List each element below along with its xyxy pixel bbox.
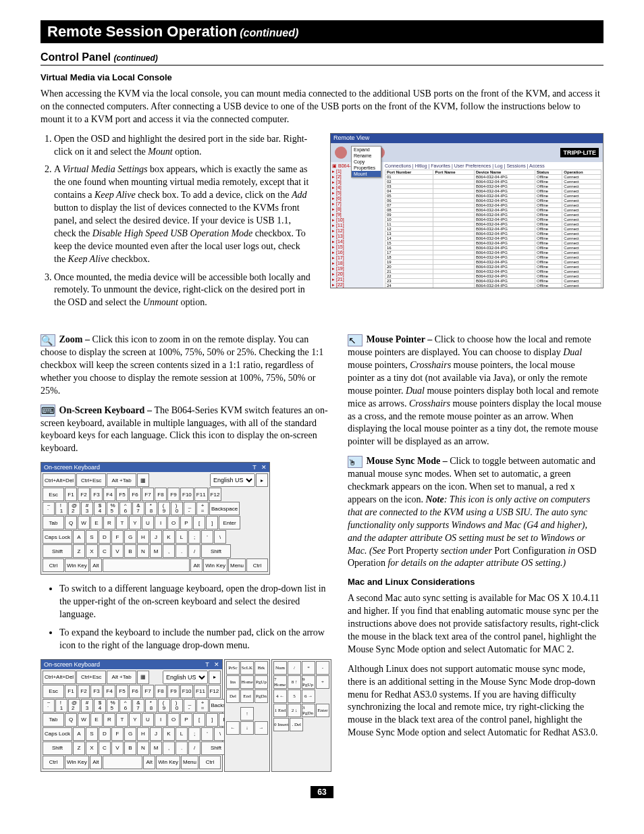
osk-key[interactable]: J bbox=[150, 530, 162, 544]
expand-arrow-icon[interactable]: ▸ bbox=[256, 473, 268, 487]
osk-key[interactable]: Shift bbox=[43, 741, 72, 755]
osk-key[interactable]: 1 End bbox=[273, 704, 287, 717]
osk-key[interactable]: M bbox=[150, 741, 162, 755]
osk-key[interactable]: 9 PgUp bbox=[302, 675, 315, 689]
osk-key[interactable]: N bbox=[137, 741, 149, 755]
osk-key[interactable]: R bbox=[103, 713, 115, 727]
osk-key[interactable]: ' bbox=[201, 530, 213, 544]
osk-key[interactable]: !1 bbox=[55, 502, 68, 515]
tree-port[interactable]: ▸ [10] bbox=[332, 217, 382, 223]
osk-key[interactable]: O bbox=[167, 713, 180, 727]
osk-key[interactable]: Shift bbox=[201, 544, 231, 558]
osk-key[interactable]: PgDn bbox=[254, 689, 268, 703]
lang-select[interactable]: English US bbox=[163, 671, 208, 684]
tree-port[interactable]: ▸ [21] bbox=[332, 277, 382, 282]
osk-key[interactable]: Ctrl+Esc bbox=[76, 473, 106, 487]
table-row[interactable]: 21B064-032-04-IPGOfflineConnect bbox=[385, 269, 601, 273]
table-row[interactable]: 07B064-032-04-IPGOfflineConnect bbox=[385, 203, 601, 207]
osk-key[interactable]: F2 bbox=[78, 685, 90, 698]
osk-key[interactable]: Enter bbox=[316, 704, 329, 717]
osk-key[interactable]: B bbox=[124, 544, 136, 558]
osk-key[interactable]: P bbox=[180, 713, 192, 727]
osk-key[interactable]: S bbox=[86, 530, 98, 544]
table-row[interactable]: 10B064-032-04-IPGOfflineConnect bbox=[385, 217, 601, 221]
osk-key[interactable]: Brk bbox=[254, 661, 268, 675]
osk-key[interactable]: D bbox=[99, 727, 111, 741]
table-row[interactable]: 22B064-032-04-IPGOfflineConnect bbox=[385, 273, 601, 278]
osk-key[interactable]: Esc bbox=[43, 685, 64, 698]
osk-key[interactable]: Shift bbox=[43, 544, 72, 558]
osk-key[interactable]: → bbox=[254, 721, 268, 735]
table-row[interactable]: 05B064-032-04-IPGOfflineConnect bbox=[385, 193, 601, 198]
osk-key[interactable]: Del bbox=[226, 689, 240, 703]
osk-key[interactable]: Menu bbox=[181, 756, 198, 769]
osk-key[interactable]: 3 PgDn bbox=[302, 704, 315, 717]
osk-key[interactable]: Esc bbox=[43, 488, 64, 501]
osk-key[interactable]: G bbox=[124, 727, 136, 741]
osk-key[interactable]: Ctrl bbox=[246, 558, 268, 572]
osk-key[interactable]: F7 bbox=[142, 488, 154, 501]
osk-key[interactable]: )0 bbox=[171, 502, 183, 515]
osk-key[interactable]: Caps Lock bbox=[43, 530, 72, 544]
osk-key[interactable]: D bbox=[99, 530, 111, 544]
table-row[interactable]: 24B064-032-04-IPGOfflineConnect bbox=[385, 283, 601, 288]
osk-key[interactable]: F5 bbox=[116, 488, 128, 501]
osk-key[interactable]: ; bbox=[188, 530, 200, 544]
osk-key[interactable]: (9 bbox=[158, 502, 170, 515]
osk-key[interactable]: @2 bbox=[68, 699, 80, 712]
table-row[interactable]: 19B064-032-04-IPGOfflineConnect bbox=[385, 259, 601, 264]
osk-key[interactable]: T bbox=[116, 516, 128, 529]
osk-key[interactable]: Z bbox=[73, 741, 85, 755]
table-row[interactable]: 03B064-032-04-IPGOfflineConnect bbox=[385, 184, 601, 188]
osk-key[interactable]: V bbox=[111, 544, 124, 558]
osk-key[interactable]: , bbox=[163, 741, 175, 755]
table-row[interactable]: 16B064-032-04-IPGOfflineConnect bbox=[385, 245, 601, 250]
osk-key[interactable]: F6 bbox=[129, 488, 141, 501]
osk-key[interactable]: 8 ↑ bbox=[288, 675, 301, 689]
osk-key[interactable]: C bbox=[99, 544, 111, 558]
tree-port[interactable]: ▸ [7] bbox=[332, 201, 382, 207]
osk-key[interactable]: ↓ bbox=[240, 721, 254, 735]
osk-key[interactable]: ~` bbox=[43, 502, 55, 515]
osk-key[interactable]: T bbox=[116, 713, 128, 727]
osk-key[interactable]: Caps Lock bbox=[43, 727, 72, 741]
osk-key[interactable]: H bbox=[137, 530, 149, 544]
osk-key[interactable]: PgUp bbox=[254, 675, 268, 689]
tree-port[interactable]: ▸ [8] bbox=[332, 207, 382, 212]
osk-key[interactable]: Alt bbox=[90, 756, 102, 769]
osk-key[interactable]: &7 bbox=[132, 502, 144, 515]
osk-key[interactable]: F11 bbox=[194, 488, 208, 501]
osk-key[interactable]: F8 bbox=[155, 685, 167, 698]
tree-port[interactable]: ▸ [9] bbox=[332, 212, 382, 217]
osk-key[interactable]: F11 bbox=[194, 685, 207, 698]
osk-key[interactable]: [ bbox=[193, 713, 205, 727]
osk-key[interactable]: / bbox=[188, 741, 200, 755]
osk-key[interactable]: $4 bbox=[94, 699, 106, 712]
osk-key[interactable]: Q bbox=[65, 713, 77, 727]
mouse-sync-icon[interactable] bbox=[348, 456, 363, 468]
tree-port[interactable]: ▸ [19] bbox=[332, 266, 382, 271]
osk-key[interactable]: F8 bbox=[155, 488, 167, 501]
osk-key[interactable]: / bbox=[188, 544, 200, 558]
osk-key[interactable]: R bbox=[103, 516, 115, 529]
osk-key[interactable]: W bbox=[78, 516, 90, 529]
osk-key[interactable]: 5 bbox=[288, 689, 301, 703]
osk-key[interactable]: 4 ← bbox=[273, 689, 287, 703]
osk-key[interactable]: F4 bbox=[103, 488, 115, 501]
osk-key[interactable]: Alt bbox=[143, 756, 155, 769]
osk-key[interactable]: Backspace bbox=[209, 502, 240, 515]
keyboard-icon[interactable] bbox=[41, 405, 55, 417]
osk-key[interactable]: F1 bbox=[65, 488, 77, 501]
osk-key[interactable]: ' bbox=[201, 727, 213, 741]
osk-key[interactable]: Win Key bbox=[65, 558, 89, 572]
osk-key[interactable]: . bbox=[176, 544, 188, 558]
lang-select[interactable]: English US bbox=[210, 473, 255, 487]
osk-key[interactable]: U bbox=[142, 516, 154, 529]
osk-key[interactable]: F bbox=[111, 530, 124, 544]
osk-key[interactable]: += bbox=[196, 502, 209, 515]
table-row[interactable]: 20B064-032-04-IPGOfflineConnect bbox=[385, 264, 601, 269]
osk-key[interactable]: F10 bbox=[180, 488, 194, 501]
osk-key[interactable]: *8 bbox=[145, 699, 157, 712]
osk-key[interactable]: F10 bbox=[180, 685, 193, 698]
osk-key[interactable]: F1 bbox=[65, 685, 77, 698]
